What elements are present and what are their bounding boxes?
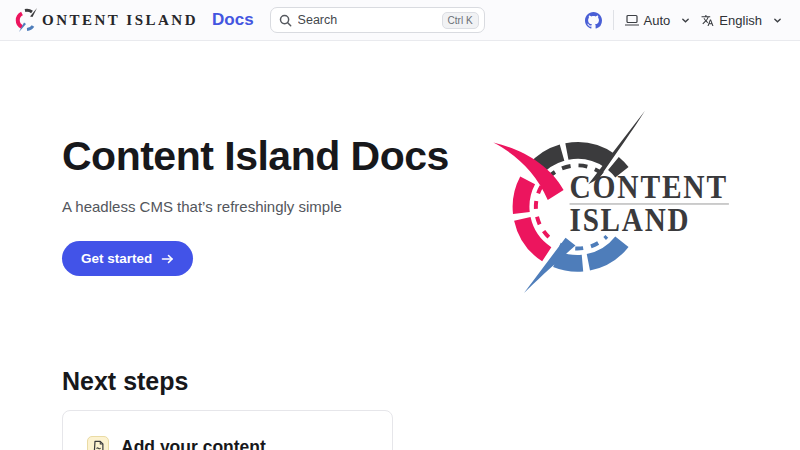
document-icon <box>87 436 109 450</box>
search-box[interactable]: Ctrl K <box>270 7 485 33</box>
theme-selector-label: Auto <box>644 13 671 28</box>
get-started-button[interactable]: Get started <box>62 241 193 276</box>
translate-icon <box>701 14 714 27</box>
search-shortcut-kbd: Ctrl K <box>442 12 479 29</box>
laptop-icon <box>625 14 639 27</box>
hero-logo-illustration: CONTENT ISLAND <box>488 103 756 305</box>
language-selector-label: English <box>719 13 762 28</box>
next-steps-heading: Next steps <box>62 367 800 396</box>
search-icon <box>279 14 292 27</box>
hero-subtitle: A headless CMS that’s refreshingly simpl… <box>62 198 449 215</box>
card-title: Add your content <box>121 437 266 450</box>
theme-selector[interactable]: Auto <box>625 13 691 28</box>
navbar-divider <box>613 10 614 30</box>
get-started-label: Get started <box>81 251 152 266</box>
logo-wordmark-line2: ISLAND <box>570 202 691 238</box>
page-title: Content Island Docs <box>62 133 449 180</box>
language-selector[interactable]: English <box>701 13 782 28</box>
search-input[interactable] <box>298 13 442 27</box>
chevron-down-icon <box>773 16 782 25</box>
docs-nav-link[interactable]: Docs <box>212 10 254 30</box>
top-navbar: ONTENT ISLAND Docs Ctrl K Auto <box>0 0 800 41</box>
github-icon[interactable] <box>585 12 602 29</box>
chevron-down-icon <box>681 16 690 25</box>
brand-text: ONTENT ISLAND <box>42 12 198 29</box>
arrow-right-icon <box>161 253 174 265</box>
add-content-card[interactable]: Add your content <box>62 410 393 450</box>
compass-c-icon <box>14 7 40 33</box>
next-steps-section: Next steps Add your content <box>0 367 800 450</box>
brand-logo-link[interactable]: ONTENT ISLAND <box>14 7 198 33</box>
hero-section: Content Island Docs A headless CMS that’… <box>0 41 800 305</box>
logo-wordmark-line1: CONTENT <box>570 169 728 205</box>
